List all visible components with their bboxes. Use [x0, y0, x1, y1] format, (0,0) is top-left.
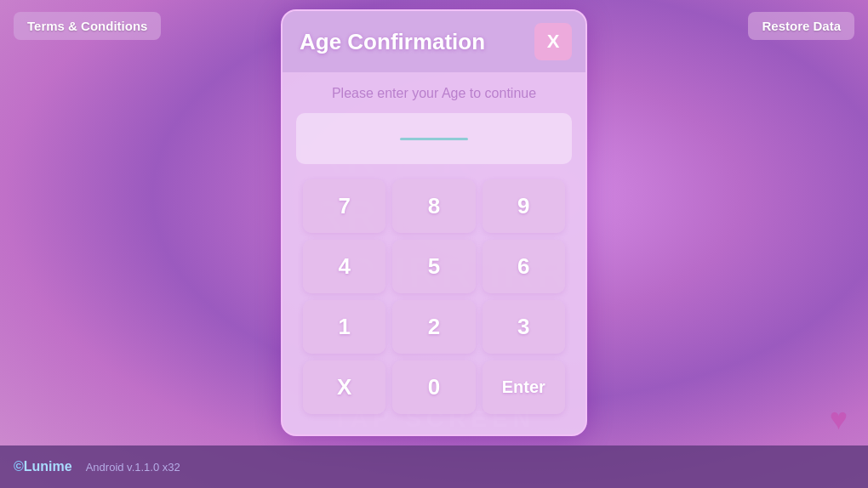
numpad-1[interactable]: 1	[303, 300, 385, 354]
numpad-6[interactable]: 6	[483, 240, 565, 293]
numpad-0[interactable]: 0	[392, 360, 475, 414]
numpad-9[interactable]: 9	[483, 179, 565, 233]
modal-title: Age Confirmation	[300, 29, 485, 55]
age-input-display	[296, 113, 572, 164]
age-confirmation-dialog: Age Confirmation X Please enter your Age…	[281, 9, 587, 436]
numpad-4[interactable]: 4	[303, 240, 385, 293]
lunime-text: Lunime	[24, 459, 72, 474]
numpad-grid: 7 8 9 4 5 6 1 2 3 X 0 Enter	[296, 173, 572, 424]
version-text: Android v.1.1.0 x32	[86, 461, 180, 474]
numpad-2[interactable]: 2	[392, 300, 475, 354]
at-sign-icon: ©	[14, 459, 24, 474]
numpad-8[interactable]: 8	[392, 179, 475, 233]
numpad-enter[interactable]: Enter	[483, 360, 565, 414]
numpad-7[interactable]: 7	[303, 179, 385, 233]
lunime-logo: ©Lunime	[14, 459, 72, 474]
numpad-3[interactable]: 3	[483, 300, 565, 354]
modal-body: Please enter your Age to continue 7 8 9 …	[283, 72, 585, 434]
modal-close-button[interactable]: X	[534, 23, 572, 60]
modal-overlay: Age Confirmation X Please enter your Age…	[0, 0, 868, 445]
modal-instruction: Please enter your Age to continue	[296, 86, 572, 101]
numpad-clear[interactable]: X	[303, 360, 385, 414]
numpad-5[interactable]: 5	[392, 240, 475, 293]
bottom-bar: ©Lunime Android v.1.1.0 x32	[0, 445, 868, 488]
input-underline	[400, 138, 468, 140]
modal-header: Age Confirmation X	[283, 11, 585, 72]
